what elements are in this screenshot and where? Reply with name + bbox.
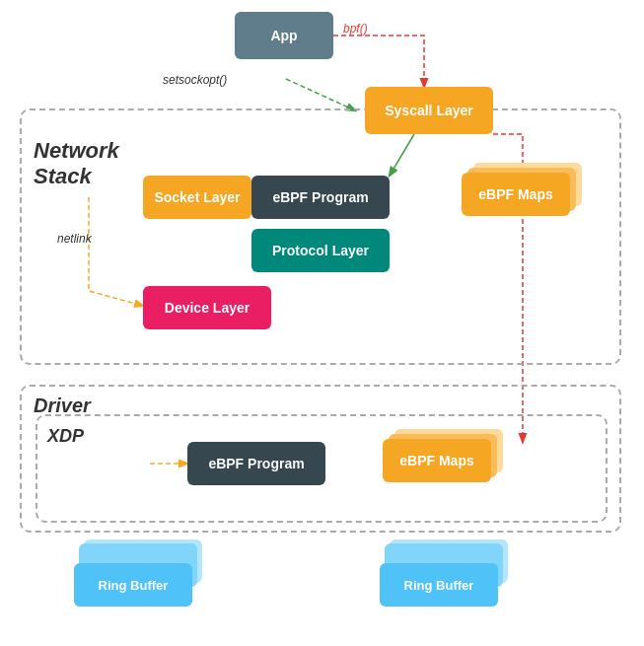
app-box: App bbox=[235, 12, 333, 59]
netlink-label: netlink bbox=[57, 232, 92, 246]
syscall-label: Syscall Layer bbox=[385, 103, 473, 118]
socket-label: Socket Layer bbox=[154, 189, 240, 205]
ring-buffer-left-box: Ring Buffer bbox=[74, 563, 192, 607]
ebpf-program-xdp-label: eBPF Program bbox=[208, 456, 304, 471]
ebpf-program-xdp-box: eBPF Program bbox=[187, 442, 325, 485]
ebpf-maps-xdp-wrapper: eBPF Maps bbox=[383, 429, 511, 498]
ring-buffer-left-label: Ring Buffer bbox=[99, 578, 169, 593]
device-label: Device Layer bbox=[165, 300, 250, 316]
app-label: App bbox=[270, 28, 297, 43]
network-stack-label: NetworkStack bbox=[34, 138, 119, 190]
socket-box: Socket Layer bbox=[143, 176, 251, 219]
ebpf-maps-xdp-box: eBPF Maps bbox=[383, 439, 491, 482]
syscall-box: Syscall Layer bbox=[365, 87, 493, 134]
device-box: Device Layer bbox=[143, 286, 271, 329]
ebpf-program-top-label: eBPF Program bbox=[272, 189, 368, 205]
ring-buffer-left-wrapper: Ring Buffer bbox=[74, 547, 202, 607]
ebpf-maps-xdp-label: eBPF Maps bbox=[399, 453, 473, 468]
ebpf-maps-top-wrapper: eBPF Maps bbox=[462, 163, 590, 232]
xdp-label: XDP bbox=[47, 426, 84, 447]
protocol-box: Protocol Layer bbox=[251, 229, 390, 272]
ebpf-maps-top-label: eBPF Maps bbox=[478, 186, 552, 202]
setsockopt-label: setsockopt() bbox=[163, 73, 227, 87]
ebpf-maps-top-box: eBPF Maps bbox=[462, 173, 570, 216]
diagram: App bpf() setsockopt() NetworkStack Sysc… bbox=[0, 0, 644, 646]
ring-buffer-right-label: Ring Buffer bbox=[404, 578, 474, 593]
ebpf-program-top-box: eBPF Program bbox=[251, 176, 390, 219]
ring-buffer-right-box: Ring Buffer bbox=[380, 563, 498, 607]
protocol-label: Protocol Layer bbox=[272, 243, 369, 258]
bpf-label: bpf() bbox=[343, 22, 368, 36]
ring-buffer-right-wrapper: Ring Buffer bbox=[380, 547, 508, 607]
